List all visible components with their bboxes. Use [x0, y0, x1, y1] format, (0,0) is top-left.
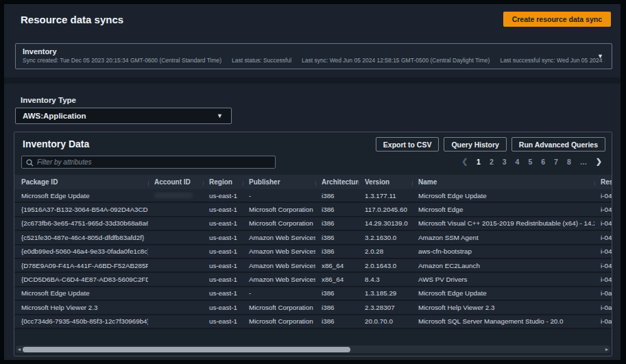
cell-region: us-east-1 [203, 289, 243, 297]
table-row[interactable]: {D78E9A09-F41A-441F-A6BD-F52AB285FA2D}us… [14, 259, 612, 273]
cell-publisher: Microsoft Corporation [243, 206, 315, 213]
scroll-left-icon[interactable]: ◄ [16, 345, 23, 353]
cell-package_id: {c521fe30-487e-46c4-805d-dfdfb83afd2f} [14, 234, 148, 241]
cell-version: 2.3.28307 [359, 304, 412, 311]
cell-publisher: Microsoft Corporation [243, 219, 315, 227]
pagination-previous-icon[interactable]: ❮ [457, 157, 472, 166]
sync-meta: Sync created: Tue Dec 05 2023 20:15:34 G… [23, 56, 605, 64]
cell-region: us-east-1 [203, 262, 243, 269]
cell-name: Amazon EC2Launch [412, 262, 594, 269]
pagination-next-icon[interactable]: ❯ [592, 157, 606, 166]
cell-package_id: Microsoft Edge Update [14, 192, 148, 199]
cell-package_id: Microsoft Help Viewer 2.3 [14, 304, 148, 311]
table-row[interactable]: {DCD5D6BA-C6D4-4E87-AD83-5609C2FDF5FB}us… [14, 273, 612, 287]
cell-architecture: x86_64 [315, 262, 359, 269]
redacted-account-id [154, 193, 193, 198]
column-header: Name [412, 178, 594, 186]
cell-publisher: Microsoft Corporation [243, 317, 315, 325]
scroll-right-icon[interactable]: ► [603, 345, 610, 353]
caret-down-icon: ▼ [217, 112, 223, 119]
cell-architecture: i386 [315, 247, 359, 255]
cell-name: Microsoft Edge Update [412, 289, 594, 297]
cell-architecture: x86_64 [315, 276, 359, 283]
cell-architecture: i386 [315, 192, 359, 199]
inventory-type-value: AWS:Application [23, 112, 86, 120]
table-row[interactable]: {e0db99ed-5060-46a4-9e33-0fada0fe1c8c}us… [14, 245, 612, 259]
cell-resource_id: i-0a1l [594, 289, 612, 297]
pagination-page[interactable]: 6 [537, 158, 550, 166]
inventory-type-select[interactable]: AWS:Application ▼ [15, 108, 232, 124]
scrollbar-thumb[interactable] [23, 347, 350, 352]
search-icon [26, 159, 34, 167]
header-panel: Resource data syncs Create resource data… [4, 4, 621, 77]
table-header-row: Package IDAccount IDRegionPublisherArchi… [14, 175, 612, 189]
filter-box [21, 156, 276, 169]
query-history-button[interactable]: Query History [444, 137, 506, 151]
filter-input[interactable] [37, 156, 274, 168]
cell-package_id: {e0db99ed-5060-46a4-9e33-0fada0fe1c8c} [14, 247, 148, 255]
pagination-page[interactable]: 7 [550, 158, 563, 166]
cell-package_id: {0cc734d6-7935-450b-85f3-12c7f30969b4} [14, 317, 148, 325]
export-to-csv-button[interactable]: Export to CSV [376, 137, 440, 151]
pagination-page[interactable]: 2 [485, 158, 498, 166]
last-status: Last status: Successful [232, 57, 291, 64]
horizontal-scrollbar[interactable]: ◄ ► [16, 345, 610, 353]
pagination-page[interactable]: 3 [498, 158, 511, 166]
cell-publisher: Amazon Web Services [243, 247, 315, 255]
inventory-table: Package IDAccount IDRegionPublisherArchi… [14, 175, 612, 342]
action-buttons: Export to CSV Query History Run Advanced… [371, 137, 605, 151]
cell-resource_id: i-0a1l [594, 304, 612, 311]
cell-package_id: Microsoft Edge Update [14, 289, 148, 297]
cell-region: us-east-1 [203, 206, 243, 213]
column-header: Region [203, 178, 243, 186]
create-resource-data-sync-button[interactable]: Create resource data sync [503, 12, 611, 27]
cell-architecture: i386 [315, 219, 359, 227]
cell-resource_id: i-04f2 [594, 219, 612, 227]
cell-architecture: i386 [315, 206, 359, 213]
inventory-type-label: Inventory Type [21, 96, 76, 104]
table-row[interactable]: Microsoft Edge Updateus-east-1-i3861.3.1… [14, 287, 612, 301]
table-row[interactable]: Microsoft Help Viewer 2.3us-east-1Micros… [14, 301, 612, 315]
content-panel: Inventory Type AWS:Application ▼ Invento… [4, 84, 621, 360]
cell-version: 2.0.28 [359, 247, 412, 255]
cell-publisher: Amazon Web Services [243, 262, 315, 269]
cell-version: 8.4.3 [359, 276, 412, 283]
column-header: Account ID [148, 178, 203, 186]
table-row[interactable]: {c521fe30-487e-46c4-805d-dfdfb83afd2f}us… [14, 231, 612, 245]
pagination-page[interactable]: 1 [472, 158, 485, 166]
cell-version: 2.0.1643.0 [359, 262, 412, 269]
cell-architecture: i386 [315, 289, 359, 297]
cell-resource_id: i-04f2 [594, 234, 612, 241]
table-row[interactable]: {19516A37-B132-3064-B54A-092D4A3CDF7C}us… [14, 203, 612, 217]
table-row[interactable]: Microsoft Edge Updateus-east-1-i3861.3.1… [14, 189, 612, 203]
table-row[interactable]: {2c673fb6-3e65-4751-965d-33d30b68a8a6}us… [14, 217, 612, 231]
cell-version: 117.0.2045.60 [359, 206, 412, 213]
run-advanced-queries-button[interactable]: Run Advanced Queries [511, 137, 605, 151]
cell-region: us-east-1 [203, 247, 243, 255]
cell-name: Amazon SSM Agent [412, 234, 594, 241]
column-header: Architecture [315, 178, 359, 186]
cell-architecture: i386 [315, 234, 359, 241]
cell-region: us-east-1 [203, 276, 243, 283]
pagination-page[interactable]: 4 [511, 158, 524, 166]
column-header: Publisher [243, 178, 315, 186]
cell-package_id: {D78E9A09-F41A-441F-A6BD-F52AB285FA2D} [14, 262, 148, 269]
cell-publisher: Amazon Web Services [243, 276, 315, 283]
caret-down-icon: ▼ [597, 53, 603, 60]
cell-publisher: Amazon Web Services [243, 234, 315, 241]
cell-name: Microsoft Help Viewer 2.3 [412, 304, 594, 311]
table-row[interactable]: {0cc734d6-7935-450b-85f3-12c7f30969b4}us… [14, 315, 612, 329]
cell-region: us-east-1 [203, 234, 243, 241]
cell-publisher: - [243, 289, 315, 297]
cell-publisher: - [243, 192, 315, 199]
sync-name: Inventory [23, 47, 605, 56]
cell-version: 3.2.1630.0 [359, 234, 412, 241]
cell-name: aws-cfn-bootstrap [412, 247, 594, 255]
cell-package_id: {2c673fb6-3e65-4751-965d-33d30b68a8a6} [14, 219, 148, 227]
pagination-page[interactable]: 5 [524, 158, 537, 166]
resource-data-sync-select[interactable]: Inventory Sync created: Tue Dec 05 2023 … [15, 43, 612, 69]
page-title: Resource data syncs [21, 14, 123, 25]
pagination-page[interactable]: 8 [562, 158, 575, 166]
cell-resource_id: i-04f2 [594, 192, 612, 199]
cell-account_id [148, 192, 203, 199]
